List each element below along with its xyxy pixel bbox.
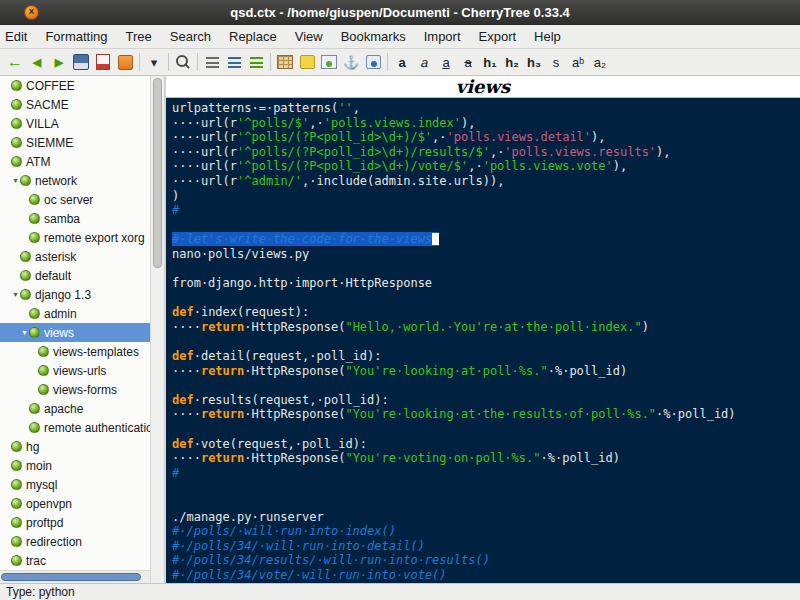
text-cursor xyxy=(432,233,439,245)
window-close-button[interactable]: × xyxy=(24,5,39,20)
tree-item-apache[interactable]: apache xyxy=(0,399,150,418)
tree-item-redirection[interactable]: redirection xyxy=(0,532,150,551)
code-line: #·/polls/·will·run·into·index() xyxy=(172,524,800,539)
scrollbar-thumb[interactable] xyxy=(1,573,141,581)
menu-view[interactable]: View xyxy=(286,26,332,47)
tree-vertical-scrollbar[interactable] xyxy=(150,76,165,583)
expander-icon[interactable]: ▾ xyxy=(20,328,29,337)
bullet-list-icon[interactable] xyxy=(201,52,223,72)
expander-icon[interactable]: ▾ xyxy=(11,176,20,185)
go-back-icon[interactable]: ← xyxy=(4,52,26,72)
toolbar-separator xyxy=(197,53,198,71)
tree-item-samba[interactable]: samba xyxy=(0,209,150,228)
export-print-icon[interactable] xyxy=(114,52,136,72)
tree-item-hg[interactable]: hg xyxy=(0,437,150,456)
code-area[interactable]: urlpatterns·=·patterns('',····url(r'^pol… xyxy=(166,98,800,583)
numbered-list-icon[interactable] xyxy=(223,52,245,72)
code-segment: ····url(r xyxy=(172,145,237,159)
cherry-node-icon xyxy=(38,384,49,395)
code-line: ····url(r'^polls/(?P<poll_id>\d+)/vote/$… xyxy=(172,159,800,174)
code-segment: ,· xyxy=(490,145,504,159)
subscript-icon[interactable]: a₂ xyxy=(589,52,611,72)
go-next-node-icon[interactable]: ▶ xyxy=(48,52,70,72)
node-dropdown-icon[interactable]: ▾ xyxy=(143,52,165,72)
tree-item-remote-export-xorg[interactable]: remote export xorg xyxy=(0,228,150,247)
small-icon[interactable]: s xyxy=(545,52,567,72)
tree-item-mysql[interactable]: mysql xyxy=(0,475,150,494)
tree-item-label: mysql xyxy=(26,478,57,492)
menu-bookmarks[interactable]: Bookmarks xyxy=(332,26,415,47)
code-segment: ·vote(request,·poll_id): xyxy=(194,437,367,451)
menu-replace[interactable]: Replace xyxy=(220,26,286,47)
tree-item-label: proftpd xyxy=(26,516,63,530)
cherry-node-icon xyxy=(11,479,22,490)
save-icon[interactable] xyxy=(70,52,92,72)
tree-item-label: moin xyxy=(26,459,52,473)
tree-item-proftpd[interactable]: proftpd xyxy=(0,513,150,532)
tree-item-coffee[interactable]: COFFEE xyxy=(0,76,150,95)
tree-item-default[interactable]: default xyxy=(0,266,150,285)
bold-icon[interactable]: a xyxy=(391,52,413,72)
code-segment: # xyxy=(172,203,179,217)
export-pdf-icon[interactable] xyxy=(92,52,114,72)
menu-export[interactable]: Export xyxy=(470,26,526,47)
h1-icon[interactable]: h₁ xyxy=(479,52,501,72)
underline-icon[interactable]: a xyxy=(435,52,457,72)
code-segment: '' xyxy=(338,101,352,115)
tree-item-admin[interactable]: admin xyxy=(0,304,150,323)
tree-item-remote-authentication[interactable]: remote authentication xyxy=(0,418,150,437)
insert-table-icon[interactable] xyxy=(274,52,296,72)
menu-search[interactable]: Search xyxy=(161,26,220,47)
tree-item-atm[interactable]: ATM xyxy=(0,152,150,171)
tree-horizontal-scrollbar[interactable] xyxy=(0,570,150,583)
tree-item-sacme[interactable]: SACME xyxy=(0,95,150,114)
menu-import[interactable]: Import xyxy=(415,26,470,47)
go-prev-node-icon[interactable]: ◀ xyxy=(26,52,48,72)
menu-edit[interactable]: Edit xyxy=(0,26,36,47)
window-title: qsd.ctx - /home/giuspen/Documenti - Cher… xyxy=(0,5,800,20)
cherry-node-icon xyxy=(11,137,22,148)
tree-item-label: redirection xyxy=(26,535,82,549)
tree-item-openvpn[interactable]: openvpn xyxy=(0,494,150,513)
tree-item-trac[interactable]: trac xyxy=(0,551,150,570)
code-segment: return xyxy=(201,407,244,421)
tree-item-oc-server[interactable]: oc server xyxy=(0,190,150,209)
tree-item-villa[interactable]: VILLA xyxy=(0,114,150,133)
menu-formatting[interactable]: Formatting xyxy=(36,26,116,47)
todo-list-icon[interactable] xyxy=(245,52,267,72)
tree-item-asterisk[interactable]: asterisk xyxy=(0,247,150,266)
code-line: ····url(r'^polls/(?P<poll_id>\d+)/result… xyxy=(172,145,800,160)
insert-link-icon[interactable] xyxy=(362,52,384,72)
tree-item-label: asterisk xyxy=(35,250,76,264)
tree-item-views-urls[interactable]: views-urls xyxy=(0,361,150,380)
code-line: #·let's·write·the·code·for·the·views xyxy=(172,232,800,247)
tree-item-network[interactable]: ▾network xyxy=(0,171,150,190)
search-icon[interactable] xyxy=(172,52,194,72)
toolbar-separator xyxy=(270,53,271,71)
menu-help[interactable]: Help xyxy=(525,26,570,47)
h3-icon[interactable]: h₃ xyxy=(523,52,545,72)
anchor-icon[interactable]: ⚓ xyxy=(340,52,362,72)
code-segment: ·%·poll_id) xyxy=(548,364,627,378)
code-segment: ···· xyxy=(172,407,201,421)
insert-image-icon[interactable] xyxy=(318,52,340,72)
italic-icon[interactable]: a xyxy=(413,52,435,72)
code-segment: "You're·looking·at·the·results·of·poll·%… xyxy=(345,407,656,421)
tree-item-views-templates[interactable]: views-templates xyxy=(0,342,150,361)
tree-item-django-1-3[interactable]: ▾django 1.3 xyxy=(0,285,150,304)
tree-item-moin[interactable]: moin xyxy=(0,456,150,475)
expander-icon[interactable]: ▾ xyxy=(11,290,20,299)
code-segment: ···· xyxy=(172,320,201,334)
strikethrough-icon[interactable]: a xyxy=(457,52,479,72)
tree-item-views[interactable]: ▾views xyxy=(0,323,150,342)
superscript-icon[interactable]: aᵇ xyxy=(567,52,589,72)
tree-item-views-forms[interactable]: views-forms xyxy=(0,380,150,399)
code-segment: ), xyxy=(461,116,475,130)
tree-item-siemme[interactable]: SIEMME xyxy=(0,133,150,152)
code-segment: return xyxy=(201,320,244,334)
insert-codebox-icon[interactable] xyxy=(296,52,318,72)
scrollbar-thumb[interactable] xyxy=(153,78,162,268)
cherry-node-icon xyxy=(38,346,49,357)
h2-icon[interactable]: h₂ xyxy=(501,52,523,72)
menu-tree[interactable]: Tree xyxy=(117,26,161,47)
